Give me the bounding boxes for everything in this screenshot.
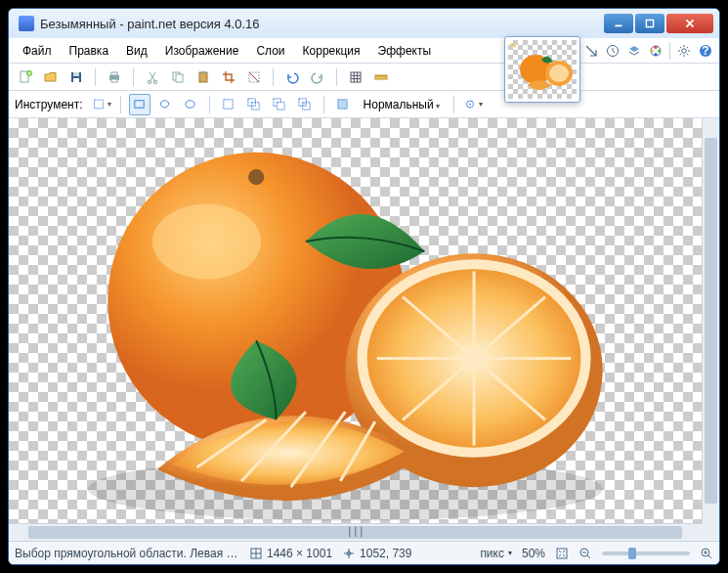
open-button[interactable] (40, 66, 62, 88)
menu-image[interactable]: Изображение (157, 41, 247, 61)
status-zoom[interactable]: 50% (522, 547, 545, 560)
svg-point-48 (248, 169, 264, 185)
image-thumbnail[interactable]: ★ (504, 36, 580, 103)
menu-effects[interactable]: Эффекты (370, 41, 440, 61)
selmode-add-button[interactable] (243, 94, 265, 115)
vertical-scrollbar[interactable] (702, 118, 719, 523)
layers-window-icon[interactable] (626, 43, 642, 59)
svg-point-47 (152, 203, 261, 279)
save-button[interactable] (65, 66, 87, 88)
ruler-button[interactable] (370, 66, 392, 88)
svg-point-13 (549, 65, 569, 82)
scrollbar-corner (702, 523, 719, 541)
thumbnail-canvas (508, 40, 577, 99)
print-button[interactable] (104, 66, 125, 88)
canvas[interactable] (9, 118, 702, 523)
colors-window-icon[interactable] (648, 43, 664, 59)
svg-rect-21 (111, 79, 117, 82)
svg-point-7 (651, 49, 654, 52)
grid-button[interactable] (345, 66, 366, 88)
app-icon (19, 16, 34, 31)
svg-rect-1 (646, 20, 653, 26)
svg-point-56 (462, 346, 486, 370)
zoom-in-icon[interactable] (700, 547, 713, 560)
svg-rect-17 (73, 72, 79, 76)
menu-adjustments[interactable]: Коррекция (295, 41, 368, 61)
menu-view[interactable]: Вид (118, 41, 155, 61)
minimize-button[interactable] (604, 14, 633, 33)
cut-button[interactable] (142, 66, 163, 88)
svg-rect-31 (94, 100, 103, 109)
svg-point-44 (469, 104, 471, 106)
horizontal-scrollbar[interactable]: ┃┃┃ (9, 523, 702, 541)
svg-point-6 (655, 53, 658, 56)
svg-rect-42 (338, 100, 347, 109)
tool-selector[interactable] (91, 94, 112, 115)
svg-rect-59 (557, 549, 567, 558)
status-text: Выбор прямоугольной области. Левая кнопк… (15, 547, 239, 560)
blend-mode-dropdown[interactable]: Нормальный (358, 95, 446, 114)
svg-point-8 (682, 48, 686, 52)
menu-file[interactable]: Файл (15, 41, 60, 61)
shape-rect-button[interactable] (129, 94, 150, 115)
svg-rect-25 (176, 74, 183, 82)
paste-button[interactable] (193, 66, 214, 88)
svg-rect-41 (303, 103, 307, 107)
svg-rect-34 (224, 100, 233, 109)
zoom-out-icon[interactable] (578, 547, 592, 560)
svg-rect-38 (278, 103, 285, 110)
copy-button[interactable] (167, 66, 189, 88)
dimensions-icon (249, 547, 263, 560)
svg-point-5 (658, 49, 661, 52)
svg-rect-26 (199, 72, 207, 82)
titlebar: Безымянный - paint.net версия 4.0.16 (9, 9, 719, 38)
maximize-button[interactable] (635, 14, 664, 33)
status-units[interactable]: пикс▾ (480, 547, 512, 560)
menu-bar: Файл Правка Вид Изображение Слои Коррекц… (9, 38, 719, 64)
crop-button[interactable] (218, 66, 239, 88)
shape-lasso-button[interactable] (154, 94, 176, 115)
menu-layers[interactable]: Слои (248, 41, 292, 61)
svg-rect-29 (351, 72, 361, 82)
selmode-sub-button[interactable] (269, 94, 290, 115)
tools-window-icon[interactable] (583, 43, 599, 59)
menu-edit[interactable]: Правка (62, 41, 117, 61)
selmode-replace-button[interactable] (218, 94, 239, 115)
deselect-button[interactable] (243, 66, 265, 88)
shape-ellipse-button[interactable] (180, 94, 201, 115)
status-cursor-pos: 1052, 739 (342, 547, 411, 560)
status-image-size: 1446 × 1001 (249, 547, 332, 560)
history-window-icon[interactable] (605, 43, 621, 59)
document-image (9, 118, 702, 523)
help-icon[interactable]: ? (698, 43, 713, 59)
app-window: Безымянный - paint.net версия 4.0.16 Фай… (8, 8, 720, 565)
svg-rect-32 (135, 101, 144, 109)
svg-point-4 (655, 46, 658, 49)
svg-rect-18 (73, 78, 79, 82)
redo-button[interactable] (307, 66, 328, 88)
svg-point-33 (186, 101, 194, 109)
svg-rect-27 (201, 71, 205, 73)
new-button[interactable] (15, 66, 36, 88)
selmode-intersect-button[interactable] (294, 94, 316, 115)
window-title: Безымянный - paint.net версия 4.0.16 (40, 17, 604, 31)
zoom-slider[interactable] (602, 551, 690, 555)
flood-mode-button[interactable] (332, 94, 354, 115)
svg-text:?: ? (702, 43, 708, 57)
main-toolbar (9, 64, 719, 91)
close-button[interactable] (666, 14, 713, 33)
canvas-area: ┃┃┃ (9, 118, 719, 541)
tool-option-bar: Инструмент: Нормальный (9, 91, 719, 118)
svg-rect-20 (111, 72, 117, 75)
settings-icon[interactable] (676, 43, 692, 59)
fit-window-icon[interactable] (555, 547, 569, 560)
cursor-pos-icon (342, 547, 356, 560)
undo-button[interactable] (281, 66, 303, 88)
status-bar: Выбор прямоугольной области. Левая кнопк… (9, 541, 719, 564)
tool-label: Инструмент: (15, 98, 83, 111)
sampling-button[interactable] (462, 94, 484, 115)
